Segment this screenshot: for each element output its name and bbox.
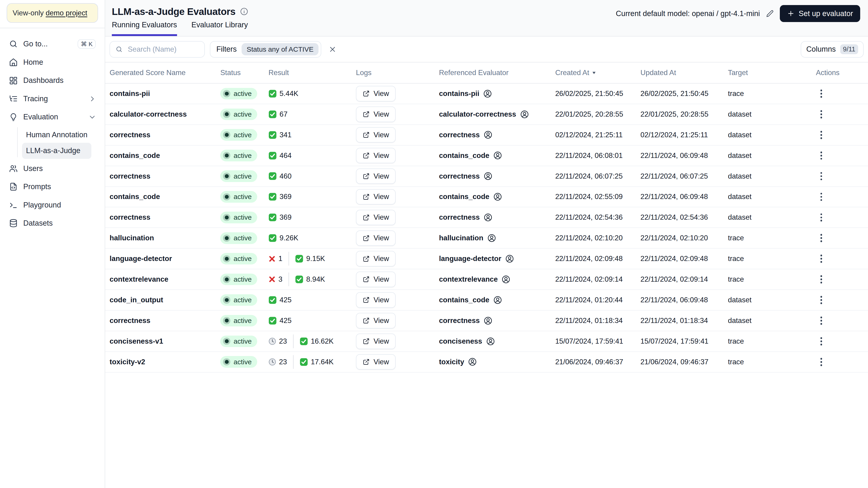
view-logs-button[interactable]: View xyxy=(356,189,396,204)
status-label: active xyxy=(234,358,252,366)
sidebar-item-label: Prompts xyxy=(23,183,51,191)
view-label: View xyxy=(374,255,389,263)
view-logs-button[interactable]: View xyxy=(356,127,396,142)
column-header-logs[interactable]: Logs xyxy=(356,69,439,77)
row-actions-menu-button[interactable] xyxy=(818,190,825,204)
referenced-evaluator-cell[interactable]: language-detector xyxy=(439,254,555,263)
result-cell: 1 9.15K xyxy=(269,252,356,266)
status-dot-icon xyxy=(223,255,230,262)
row-actions-menu-button[interactable] xyxy=(818,211,825,225)
status-dot-icon xyxy=(223,235,230,242)
referenced-evaluator-cell[interactable]: contains_code xyxy=(439,296,555,304)
generated-score-name: language-detector xyxy=(110,255,220,263)
column-header-generated-score-name[interactable]: Generated Score Name xyxy=(110,69,220,77)
column-header-result[interactable]: Result xyxy=(269,69,356,77)
status-cell: active xyxy=(220,88,269,100)
view-logs-button[interactable]: View xyxy=(356,333,396,349)
row-actions-menu-button[interactable] xyxy=(818,355,825,369)
external-link-icon xyxy=(363,317,370,324)
view-logs-button[interactable]: View xyxy=(356,354,396,369)
view-logs-button[interactable]: View xyxy=(356,86,396,101)
referenced-evaluator-cell[interactable]: contains-pii xyxy=(439,89,555,98)
search-input[interactable] xyxy=(127,44,200,54)
set-up-evaluator-button[interactable]: Set up evaluator xyxy=(780,5,860,22)
info-icon[interactable] xyxy=(240,7,248,15)
referenced-evaluator-cell[interactable]: contains_code xyxy=(439,192,555,201)
referenced-evaluator-cell[interactable]: correctness xyxy=(439,130,555,139)
referenced-evaluator-cell[interactable]: correctness xyxy=(439,172,555,181)
view-logs-button[interactable]: View xyxy=(356,210,396,225)
sidebar-item-human-annotation[interactable]: Human Annotation xyxy=(22,127,91,143)
row-actions-menu-button[interactable] xyxy=(818,87,825,101)
columns-button[interactable]: Columns 9/11 xyxy=(801,41,863,58)
pass-check-icon xyxy=(269,317,277,325)
view-logs-button[interactable]: View xyxy=(356,251,396,266)
sidebar-item-prompts[interactable]: Prompts xyxy=(5,178,99,196)
column-header-updated-at[interactable]: Updated At xyxy=(641,69,728,77)
row-actions-menu-button[interactable] xyxy=(818,169,825,183)
actions-cell xyxy=(816,190,868,204)
pass-check-icon xyxy=(269,90,277,98)
referenced-evaluator-cell[interactable]: calculator-correctness xyxy=(439,110,555,119)
view-logs-button[interactable]: View xyxy=(356,148,396,163)
tab-running-evaluators[interactable]: Running Evaluators xyxy=(112,21,177,36)
demo-project-link[interactable]: demo project xyxy=(46,9,87,17)
row-actions-menu-button[interactable] xyxy=(818,334,825,348)
result-cell: 369 xyxy=(269,213,356,222)
column-header-created-at[interactable]: Created At xyxy=(555,69,641,77)
tab-evaluator-library[interactable]: Evaluator Library xyxy=(191,21,248,36)
generated-score-name: correctness xyxy=(110,172,220,181)
target-cell: dataset xyxy=(728,131,816,139)
sidebar-item-users[interactable]: Users xyxy=(5,159,99,178)
sidebar-item-dashboards[interactable]: Dashboards xyxy=(5,71,99,90)
pending-count: 23 xyxy=(269,337,287,346)
referenced-evaluator-cell[interactable]: conciseness xyxy=(439,337,555,346)
row-actions-menu-button[interactable] xyxy=(818,272,825,286)
column-header-referenced-evaluator[interactable]: Referenced Evaluator xyxy=(439,69,555,77)
sidebar-item-datasets[interactable]: Datasets xyxy=(5,214,99,232)
referenced-evaluator-cell[interactable]: contextrelevance xyxy=(439,275,555,284)
row-actions-menu-button[interactable] xyxy=(818,252,825,266)
view-logs-button[interactable]: View xyxy=(356,313,396,328)
sidebar-item-go-to[interactable]: Go to... ⌘ K xyxy=(5,35,99,53)
sidebar-item-playground[interactable]: Playground xyxy=(5,196,99,214)
column-header-target[interactable]: Target xyxy=(728,69,816,77)
row-actions-menu-button[interactable] xyxy=(818,293,825,307)
referenced-evaluator-cell[interactable]: toxicity xyxy=(439,357,555,366)
referenced-evaluator-name: contains_code xyxy=(439,296,489,304)
referenced-evaluator-cell[interactable]: hallucination xyxy=(439,234,555,242)
sidebar-item-home[interactable]: Home xyxy=(5,53,99,71)
user-circle-icon xyxy=(487,234,496,242)
column-header-status[interactable]: Status xyxy=(220,69,269,77)
row-actions-menu-button[interactable] xyxy=(818,128,825,142)
referenced-evaluator-cell[interactable]: correctness xyxy=(439,213,555,222)
row-actions-menu-button[interactable] xyxy=(818,231,825,245)
view-logs-button[interactable]: View xyxy=(356,230,396,246)
filter-chip-status-active[interactable]: Status any of ACTIVE xyxy=(242,43,318,55)
columns-count-badge: 9/11 xyxy=(840,44,858,54)
referenced-evaluator-cell[interactable]: correctness xyxy=(439,316,555,325)
view-logs-button[interactable]: View xyxy=(356,271,396,287)
view-logs-button[interactable]: View xyxy=(356,106,396,122)
created-at-cell: 22/01/2025, 20:28:55 xyxy=(555,110,641,119)
referenced-evaluator-name: correctness xyxy=(439,131,480,139)
sidebar-item-evaluation[interactable]: Evaluation xyxy=(5,108,99,126)
view-logs-button[interactable]: View xyxy=(356,292,396,307)
status-dot-icon xyxy=(223,317,230,324)
view-logs-button[interactable]: View xyxy=(356,168,396,184)
row-actions-menu-button[interactable] xyxy=(818,314,825,328)
sidebar-item-llm-as-a-judge[interactable]: LLM-as-a-Judge xyxy=(22,143,91,159)
sidebar-item-tracing[interactable]: Tracing xyxy=(5,90,99,108)
filters-button[interactable]: Filters Status any of ACTIVE xyxy=(210,41,321,58)
fail-count: 3 xyxy=(269,275,282,284)
view-label: View xyxy=(374,296,389,304)
edit-model-icon[interactable] xyxy=(766,10,774,18)
clear-filters-button[interactable] xyxy=(327,44,338,55)
row-actions-menu-button[interactable] xyxy=(818,107,825,121)
actions-cell xyxy=(816,231,868,245)
logs-cell: View xyxy=(356,106,439,122)
logs-cell: View xyxy=(356,148,439,163)
status-label: active xyxy=(234,296,252,304)
row-actions-menu-button[interactable] xyxy=(818,149,825,163)
referenced-evaluator-cell[interactable]: contains_code xyxy=(439,151,555,160)
